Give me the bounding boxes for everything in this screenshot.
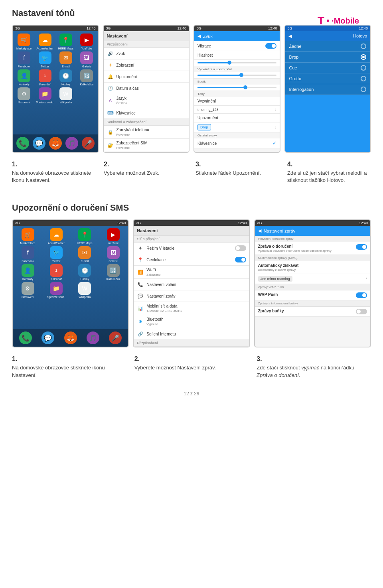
dock2-firefox[interactable]: 🦊 — [64, 331, 77, 344]
settings-item-zpravy[interactable]: 💬 Nastavení zpráv — [134, 290, 249, 302]
zpravy-label-bunky: Zprávy s informacemi buňky — [255, 300, 370, 307]
app-youtube[interactable]: ▶ YouTube — [77, 34, 96, 50]
app2-calc[interactable]: 🔢 Kalkulačka — [100, 264, 126, 280]
app-here[interactable]: 📍 HERE Maps — [56, 34, 75, 50]
dock-music[interactable]: 🎤 — [82, 137, 95, 150]
budik-slider[interactable] — [197, 87, 276, 88]
settings-item-letadlo[interactable]: ✈ Režim V letadle — [134, 243, 249, 254]
sound-label-ostatni: Ostatní zvuky — [194, 132, 280, 138]
geolokace-toggle[interactable] — [235, 257, 246, 262]
app2-calendar[interactable]: 1 Kalendář — [43, 264, 69, 280]
app2-email[interactable]: ✉ E-mail — [71, 246, 98, 262]
ringtone-item-interrogation[interactable]: Interrogation — [285, 84, 371, 95]
statusbar-zpravy: 3G 12:40 — [255, 220, 370, 226]
zpravy-item-bunky: Zprávy buňky — [255, 307, 370, 317]
settings-item-zamykani[interactable]: 🔒 Zamykání telefonuPovoleno — [104, 126, 189, 139]
ringtone-item-cue[interactable]: Cue — [285, 63, 371, 73]
app2-accuweather[interactable]: ☁ AccuWeather — [43, 228, 69, 245]
page-number: 12 z 29 — [12, 391, 371, 397]
dock2-phone[interactable]: 📞 — [19, 331, 32, 344]
settings-header-1: Nastavení — [104, 31, 189, 41]
app2-clock[interactable]: 🕐 Hodiny — [71, 264, 98, 280]
sound-label-vyzvánění: Vyzvánění a upozornění — [194, 66, 280, 72]
app-clock[interactable]: 🕐 Hodiny — [56, 69, 75, 86]
app-contacts[interactable]: 👤 Kontakty — [14, 69, 34, 86]
settings-item-upozorneni[interactable]: 🔔 Upozornění — [104, 71, 189, 83]
dock2-music[interactable]: 🎤 — [109, 331, 122, 344]
settings-section-sit: Síť a připojení — [134, 236, 249, 243]
app-accuweather[interactable]: ☁ AccuWeather — [35, 34, 54, 50]
app-calendar[interactable]: 1 Kalendář — [35, 69, 54, 86]
app-settings[interactable]: ⚙ Nastavení — [14, 87, 34, 104]
statusbar-ringtone1: 3G 12:40 — [285, 26, 371, 31]
settings-item-mobilni[interactable]: 📊 Mobilní síť a dataT-Mobile CZ – 3G UMT… — [134, 302, 249, 315]
settings-section-prizpusobeni2: Přizpůsobení — [134, 340, 249, 347]
app2-marketplace[interactable]: 🛒 Marketplace — [14, 228, 41, 245]
app2-youtube[interactable]: ▶ YouTube — [100, 228, 126, 245]
zpravy-item-roaming[interactable]: Jen mimo roaming › — [255, 274, 370, 284]
settings-item-wifi[interactable]: 📶 Wi-FiZakázáno — [134, 266, 249, 279]
settings-item-klavesnice[interactable]: ⌨ Klávesnice — [104, 107, 189, 119]
app2-gallery[interactable]: 🖼 Galerie — [100, 246, 126, 262]
statusbar-settings2: 3G 12:40 — [134, 220, 249, 226]
dock-messages[interactable]: 💬 — [33, 137, 45, 150]
app-marketplace[interactable]: 🛒 Marketplace — [14, 34, 34, 50]
dock-phone[interactable]: 📞 — [16, 137, 29, 150]
app2-wikipedia[interactable]: W Wikipedia — [71, 282, 98, 298]
app2-settings[interactable]: ⚙ Nastavení — [14, 282, 41, 298]
zpravy-label-mms: Multimediální zprávy (MMS) — [255, 255, 370, 261]
step-1-3: 3. Stisknete řádek Upozornění. — [195, 161, 279, 184]
settings-item-sdileni[interactable]: 🔗 Sdílení Internetu — [134, 328, 249, 340]
settings-item-datum[interactable]: 🕐 Datum a čas — [104, 83, 189, 94]
sound-label-tony: Tóny — [194, 91, 280, 97]
vyzvánění-slider[interactable] — [197, 75, 276, 76]
settings-item-zobrazeni[interactable]: ☀ Zobrazení — [104, 59, 189, 71]
settings-item-jazyk[interactable]: A JazykČeština — [104, 94, 189, 107]
steps-row-1: 1. Na domovské obrazovce stisknete ikonu… — [12, 161, 371, 184]
ringtone-item-drop[interactable]: Drop — [285, 52, 371, 63]
divider-1 — [12, 196, 371, 196]
dock2-media[interactable]: 🎵 — [87, 331, 99, 344]
settings-item-volani[interactable]: 📞 Nastavení volání — [134, 279, 249, 290]
wap-toggle[interactable] — [356, 292, 367, 298]
settings-item-zvuk[interactable]: 🔊 Zvuk — [104, 48, 189, 59]
bunky-toggle[interactable] — [356, 309, 367, 314]
sound-item-tmo[interactable]: tmo ring_128 › — [194, 106, 280, 114]
vibrace-toggle[interactable] — [265, 43, 276, 49]
app2-filemanager[interactable]: 📁 Správce soub. — [43, 282, 69, 298]
settings-header-2: Nastavení — [134, 226, 249, 236]
settings-item-sim[interactable]: 🔐 Zabezpečení SIMPovoleno — [104, 139, 189, 152]
dock-media[interactable]: 🎵 — [65, 137, 78, 150]
app-filemanager[interactable]: 📁 Správce soub. — [35, 87, 54, 104]
sound-label-budik: Budík — [194, 79, 280, 85]
step-1-4: 4. Zde si už jen stačí vybrat melodii a … — [287, 161, 371, 184]
app-grid-1: 🛒 Marketplace ☁ AccuWeather 📍 HERE Maps … — [13, 31, 98, 106]
app-facebook[interactable]: f Facebook — [14, 51, 34, 68]
ringtone-header-1: ◀ Hotovo — [285, 31, 371, 41]
dock2-messages[interactable]: 💬 — [41, 331, 54, 344]
app-calc[interactable]: 🔢 Kalkulačka — [77, 69, 96, 86]
sound-header-1: ◀ Zvuk — [194, 31, 280, 41]
dock-firefox[interactable]: 🦊 — [49, 137, 62, 150]
app2-facebook[interactable]: f Facebook — [14, 246, 41, 262]
sound-item-drop[interactable]: Drop › — [194, 122, 280, 132]
app2-contacts[interactable]: 👤 Kontakty — [14, 264, 41, 280]
phone-screen-home2: 3G 12:40 🛒 Marketplace ☁ AccuWeather 📍 H… — [12, 219, 129, 347]
app-wikipedia[interactable]: W Wikipedia — [56, 87, 75, 104]
zpravy-label-potvrzeni: Potvrzení doručení zpráv — [255, 236, 370, 242]
app2-twitter[interactable]: 🐦 Twitter — [43, 246, 69, 262]
ringtone-item-grotto[interactable]: Grotto — [285, 73, 371, 84]
ringtone-done-button[interactable]: Hotovo — [353, 34, 367, 39]
app-email[interactable]: ✉ E-mail — [56, 51, 75, 68]
ringtone-item-zadne[interactable]: Žádné — [285, 41, 371, 52]
app-gallery[interactable]: 🖼 Galerie — [77, 51, 96, 68]
hlasitost-slider[interactable] — [197, 62, 276, 63]
doruceni-toggle[interactable] — [356, 244, 367, 250]
phone-screen-sound1: 3G 12:40 ◀ Zvuk Vibrace Hlasitost Vyzván… — [193, 25, 280, 153]
letadlo-toggle[interactable] — [235, 245, 246, 251]
settings-item-geolokace[interactable]: 📍 Geolokace — [134, 254, 249, 266]
sound-item-klavesnice: Klávesnice ✓ — [194, 138, 280, 148]
settings-item-bluetooth[interactable]: ✱ BluetoothVypnuto — [134, 315, 249, 328]
app2-here[interactable]: 📍 HERE Maps — [71, 228, 98, 245]
app-twitter[interactable]: 🐦 Twitter — [35, 51, 54, 68]
